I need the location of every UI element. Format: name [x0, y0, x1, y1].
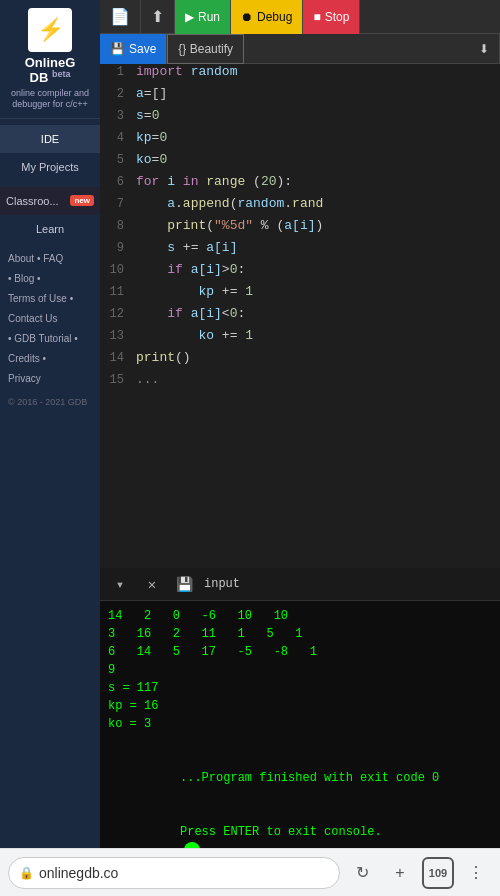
contact-link[interactable]: Contact Us: [8, 309, 92, 329]
toolbar-top: 📄 ⬆ ▶ Run ⏺ Debug ■ Stop: [100, 0, 500, 34]
output-numbers-1: 14 2 0 -6 10 10: [108, 607, 492, 625]
output-header: ▾ ✕ 💾 input: [100, 568, 500, 601]
output-numbers-3: 6 14 5 17 -5 -8 1: [108, 643, 492, 661]
sidebar-links: About • FAQ • Blog • Terms of Use • Cont…: [0, 243, 100, 417]
logo-name: OnlineG DB beta: [8, 56, 92, 86]
sidebar: ⚡ OnlineG DB beta online compiler and de…: [0, 0, 100, 848]
sidebar-logo: ⚡ OnlineG DB beta online compiler and de…: [0, 0, 100, 119]
logo-icon: ⚡: [28, 8, 72, 52]
tab-count[interactable]: 109: [422, 857, 454, 889]
privacy-link[interactable]: Privacy: [8, 369, 92, 389]
download-icon: ⬇: [479, 42, 489, 56]
code-editor[interactable]: 1 import random 2 a=[] 3 s=0 4 kp=0 5: [100, 64, 500, 568]
output-panel: ▾ ✕ 💾 input 14 2 0 -6 10 10 3 16 2 11 1 …: [100, 568, 500, 848]
output-ko-line: ko = 3: [108, 715, 492, 733]
url-bar[interactable]: 🔒 onlinegdb.co: [8, 857, 340, 889]
code-line-10: 10 if a[i]>0:: [100, 262, 500, 284]
code-line-3: 3 s=0: [100, 108, 500, 130]
content-area: 📄 ⬆ ▶ Run ⏺ Debug ■ Stop 💾 Save {} Beaut…: [100, 0, 500, 848]
stop-icon: ■: [313, 10, 320, 24]
lock-icon: 🔒: [19, 866, 34, 880]
about-link[interactable]: About • FAQ: [8, 249, 92, 269]
sidebar-item-classroom[interactable]: Classroo... new: [0, 187, 100, 215]
debug-button[interactable]: ⏺ Debug: [231, 0, 303, 34]
download-button[interactable]: ⬇: [469, 34, 500, 64]
output-save-button[interactable]: 💾: [172, 572, 196, 596]
output-body[interactable]: 14 2 0 -6 10 10 3 16 2 11 1 5 1 6 14 5 1…: [100, 601, 500, 848]
code-line-7: 7 a.append(random.rand: [100, 196, 500, 218]
debug-icon: ⏺: [241, 10, 253, 24]
code-line-1: 1 import random: [100, 64, 500, 86]
gdb-tutorial-link[interactable]: • GDB Tutorial •: [8, 329, 92, 349]
upload-button[interactable]: ⬆: [141, 0, 175, 34]
output-close-button[interactable]: ✕: [140, 572, 164, 596]
browser-bar: 🔒 onlinegdb.co ↻ + 109 ⋮: [0, 848, 500, 896]
sidebar-navigation: IDE My Projects: [0, 119, 100, 187]
output-finished-line: ...Program finished with exit code 0: [108, 751, 492, 805]
save-icon: 💾: [110, 42, 125, 56]
code-line-8: 8 print("%5d" % (a[i]): [100, 218, 500, 240]
code-line-11: 11 kp += 1: [100, 284, 500, 306]
code-line-14: 14 print(): [100, 350, 500, 372]
beautify-button[interactable]: {} Beautify: [167, 34, 244, 64]
sidebar-item-my-projects[interactable]: My Projects: [0, 153, 100, 181]
more-options-button[interactable]: ⋮: [460, 857, 492, 889]
run-button[interactable]: ▶ Run: [175, 0, 231, 34]
code-line-5: 5 ko=0: [100, 152, 500, 174]
sidebar-item-ide[interactable]: IDE: [0, 125, 100, 153]
credits-link[interactable]: Credits •: [8, 349, 92, 369]
output-collapse-button[interactable]: ▾: [108, 572, 132, 596]
output-numbers-2: 3 16 2 11 1 5 1: [108, 625, 492, 643]
code-line-6: 6 for i in range (20):: [100, 174, 500, 196]
copyright: © 2016 - 2021 GDB: [8, 393, 92, 411]
output-blank: [108, 733, 492, 751]
output-kp-line: kp = 16: [108, 697, 492, 715]
new-file-button[interactable]: 📄: [100, 0, 141, 34]
code-line-12: 12 if a[i]<0:: [100, 306, 500, 328]
add-tab-button[interactable]: +: [384, 857, 416, 889]
refresh-button[interactable]: ↻: [346, 857, 378, 889]
output-numbers-4: 9: [108, 661, 492, 679]
code-line-15: 15 ...: [100, 372, 500, 394]
terms-link[interactable]: Terms of Use •: [8, 289, 92, 309]
logo-description: online compiler and debugger for c/c++: [8, 88, 92, 110]
stop-button[interactable]: ■ Stop: [303, 0, 360, 34]
output-press-enter: Press ENTER to exit console.: [108, 805, 492, 848]
blog-link[interactable]: • Blog •: [8, 269, 92, 289]
run-icon: ▶: [185, 10, 194, 24]
code-line-9: 9 s += a[i]: [100, 240, 500, 262]
code-line-13: 13 ko += 1: [100, 328, 500, 350]
sidebar-item-learn[interactable]: Learn: [0, 215, 100, 243]
save-button[interactable]: 💾 Save: [100, 34, 167, 64]
code-line-2: 2 a=[]: [100, 86, 500, 108]
toolbar-bottom: 💾 Save {} Beautify ⬇: [100, 34, 500, 64]
code-lines: 1 import random 2 a=[] 3 s=0 4 kp=0 5: [100, 64, 500, 394]
output-s-line: s = 117: [108, 679, 492, 697]
code-line-4: 4 kp=0: [100, 130, 500, 152]
